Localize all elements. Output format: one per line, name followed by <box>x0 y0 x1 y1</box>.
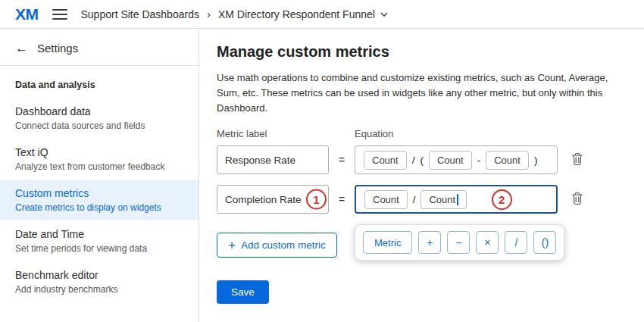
metric-chip-count[interactable]: Count <box>429 151 472 170</box>
operator-divide: / <box>412 155 415 166</box>
sidebar-item-benchmark-editor[interactable]: Benchmark editor Add industry benchmarks <box>0 261 199 302</box>
sidebar-item-date-and-time[interactable]: Date and Time Set time periods for viewi… <box>0 220 199 261</box>
sidebar-item-title: Dashboard data <box>15 105 183 117</box>
annotation-circle-2: 2 <box>492 189 512 210</box>
actions-row: + Add custom metric Metric + − × / () <box>217 224 627 270</box>
chevron-down-icon <box>380 12 388 17</box>
delete-metric-button[interactable] <box>570 151 585 170</box>
sidebar-item-title: Date and Time <box>15 228 183 240</box>
text-cursor <box>457 194 458 205</box>
sidebar-item-text-iq[interactable]: Text iQ Analyze text from customer feedb… <box>0 139 199 180</box>
save-button[interactable]: Save <box>217 280 269 304</box>
add-custom-metric-button[interactable]: + Add custom metric <box>217 233 337 258</box>
sidebar-item-subtitle: Create metrics to display on widgets <box>15 202 183 213</box>
operator-divide: / <box>413 194 416 205</box>
sidebar-item-custom-metrics[interactable]: Custom metrics Create metrics to display… <box>0 180 199 220</box>
column-headers: Metric label Equation <box>217 128 627 139</box>
hamburger-menu-button[interactable] <box>52 9 67 20</box>
add-custom-metric-label: Add custom metric <box>241 239 326 251</box>
sidebar-item-title: Custom metrics <box>15 187 183 199</box>
toolbar-plus-button[interactable]: + <box>418 231 441 254</box>
sidebar-item-subtitle: Analyze text from customer feedback <box>15 161 183 172</box>
back-arrow-icon: ← <box>15 42 28 55</box>
plus-icon: + <box>228 239 236 252</box>
sidebar-item-subtitle: Set time periods for viewing data <box>15 243 183 254</box>
page-title: Manage custom metrics <box>217 43 627 61</box>
sidebar-item-subtitle: Add industry benchmarks <box>15 284 183 295</box>
xm-logo: XM <box>15 5 39 23</box>
equation-toolbar: Metric + − × / () <box>355 224 564 261</box>
metric-chip-count[interactable]: Count <box>420 190 466 209</box>
annotation-circle-1: 1 <box>306 189 327 210</box>
back-label: Settings <box>37 42 78 55</box>
equation-box-response-rate[interactable]: Count / ( Count - Count ) <box>355 145 558 174</box>
back-to-settings-button[interactable]: ← Settings <box>0 30 199 66</box>
toolbar-divide-button[interactable]: / <box>505 231 527 254</box>
breadcrumb-current-dropdown[interactable]: XM Directory Respondent Funnel <box>218 8 388 20</box>
page-description: Use math operations to combine and custo… <box>217 70 627 116</box>
equation-header: Equation <box>355 128 393 139</box>
toolbar-metric-button[interactable]: Metric <box>363 231 412 254</box>
equation-box-completion-rate[interactable]: Count / Count 2 <box>355 185 558 214</box>
operator-close-paren: ) <box>534 155 538 166</box>
toolbar-parentheses-button[interactable]: () <box>533 231 556 254</box>
sidebar-item-dashboard-data[interactable]: Dashboard data Connect data sources and … <box>0 98 199 139</box>
metric-chip-count[interactable]: Count <box>486 151 529 170</box>
main-content: Manage custom metrics Use math operation… <box>200 30 644 322</box>
trash-icon <box>571 192 583 205</box>
sidebar-section-header: Data and analysis <box>0 70 199 98</box>
toolbar-multiply-button[interactable]: × <box>476 231 499 254</box>
metric-chip-count[interactable]: Count <box>364 151 407 170</box>
delete-metric-button[interactable] <box>570 190 585 209</box>
sidebar-item-subtitle: Connect data sources and fields <box>15 120 183 131</box>
sidebar-item-title: Benchmark editor <box>15 269 183 281</box>
breadcrumb-item-dashboards[interactable]: Support Site Dashboards <box>81 8 199 20</box>
trash-icon <box>571 152 583 166</box>
toolbar-minus-button[interactable]: − <box>447 231 470 254</box>
breadcrumb-separator: › <box>207 8 211 20</box>
metric-row-completion-rate: 1 = Count / Count 2 <box>217 185 627 214</box>
equals-sign: = <box>329 154 355 166</box>
sidebar-item-title: Text iQ <box>15 146 183 158</box>
top-bar: XM Support Site Dashboards › XM Director… <box>0 0 644 29</box>
breadcrumb-current-label: XM Directory Respondent Funnel <box>218 8 375 20</box>
chip-label: Count <box>429 194 455 205</box>
metric-label-input-response-rate[interactable] <box>217 145 329 174</box>
equals-sign: = <box>329 193 355 205</box>
operator-minus: - <box>477 155 481 166</box>
operator-open-paren: ( <box>420 155 424 166</box>
breadcrumb: Support Site Dashboards › XM Directory R… <box>81 8 388 20</box>
metric-row-response-rate: = Count / ( Count - Count ) <box>217 145 627 174</box>
metric-chip-count[interactable]: Count <box>364 190 408 209</box>
settings-sidebar: ← Settings Data and analysis Dashboard d… <box>0 30 199 322</box>
metric-label-header: Metric label <box>217 128 355 139</box>
